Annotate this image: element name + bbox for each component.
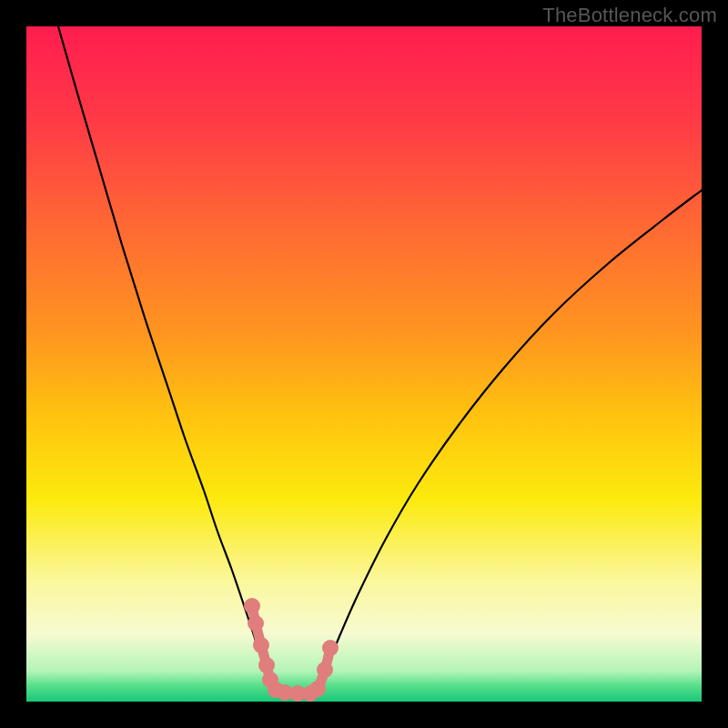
chart-frame: TheBottleneck.com bbox=[0, 0, 728, 728]
data-marker bbox=[253, 637, 269, 653]
chart-svg bbox=[26, 26, 702, 702]
data-marker bbox=[248, 615, 264, 632]
data-marker bbox=[317, 662, 333, 678]
data-marker bbox=[322, 640, 339, 656]
plot-area bbox=[26, 26, 702, 702]
gradient-background bbox=[26, 26, 702, 702]
watermark-text: TheBottleneck.com bbox=[542, 4, 717, 27]
data-marker bbox=[309, 681, 326, 697]
data-marker bbox=[258, 657, 275, 673]
data-marker bbox=[244, 598, 260, 614]
